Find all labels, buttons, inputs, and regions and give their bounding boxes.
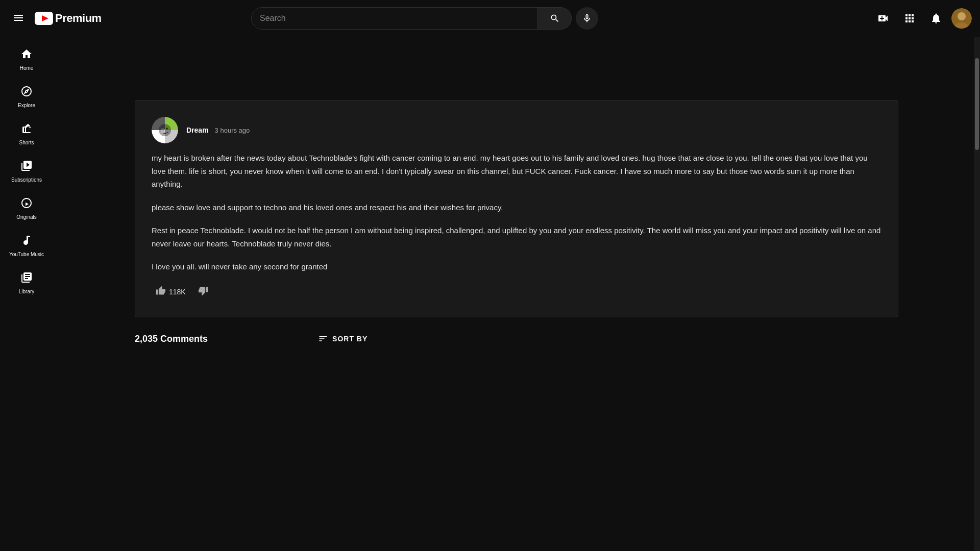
search-container — [251, 7, 598, 30]
apps-button[interactable] — [898, 7, 921, 30]
main-content: D Dream 3 hours ago my heart is broken a… — [53, 37, 980, 551]
sidebar-item-originals[interactable]: Originals — [0, 190, 53, 227]
sidebar-shorts-label: Shorts — [19, 140, 34, 145]
comment-paragraph-2: please show love and support to techno a… — [152, 201, 881, 214]
comment-paragraph-4: I love you all. will never take any seco… — [152, 260, 881, 273]
bell-icon — [930, 12, 942, 24]
shorts-icon — [20, 122, 33, 137]
sort-label: SORT BY — [332, 335, 368, 343]
comment-body: my heart is broken after the news today … — [152, 152, 881, 273]
search-button[interactable] — [538, 7, 572, 30]
comment-timestamp: 3 hours ago — [215, 127, 250, 134]
hamburger-icon — [12, 12, 24, 24]
avatar — [951, 8, 972, 29]
thumbs-up-icon — [156, 286, 166, 298]
mic-icon — [582, 13, 592, 23]
comment-actions: 118K — [152, 284, 881, 300]
create-button[interactable] — [872, 7, 894, 30]
sidebar-item-home[interactable]: Home — [0, 41, 53, 78]
avatar-inner: D — [152, 117, 178, 143]
home-icon — [20, 48, 33, 62]
sort-icon — [318, 334, 328, 344]
scrollbar-thumb[interactable] — [975, 58, 979, 150]
comment-header: D Dream 3 hours ago — [152, 117, 881, 143]
sidebar-item-subscriptions[interactable]: Subscriptions — [0, 153, 53, 190]
scrollbar[interactable] — [974, 37, 980, 551]
comment-paragraph-1: my heart is broken after the news today … — [152, 152, 881, 191]
sidebar-item-library[interactable]: Library — [0, 264, 53, 302]
notifications-button[interactable] — [925, 7, 947, 30]
menu-button[interactable] — [8, 8, 29, 30]
like-button[interactable]: 118K — [152, 284, 190, 300]
apps-icon — [903, 12, 916, 24]
svg-point-8 — [166, 128, 168, 130]
mic-button[interactable] — [576, 7, 598, 30]
comment-author: Dream — [186, 126, 209, 134]
sidebar-originals-label: Originals — [16, 214, 36, 220]
sidebar-youtube-music-label: YouTube Music — [9, 252, 44, 257]
comments-section: 2,035 Comments SORT BY — [135, 334, 898, 344]
svg-text:D: D — [161, 128, 165, 134]
sort-button[interactable]: SORT BY — [318, 334, 368, 344]
header-right — [872, 7, 972, 30]
comment-card: D Dream 3 hours ago my heart is broken a… — [135, 100, 898, 317]
sidebar-item-youtube-music[interactable]: YouTube Music — [0, 227, 53, 264]
sidebar-library-label: Library — [19, 289, 35, 294]
thumbs-down-icon — [198, 286, 208, 298]
header-left: Premium — [8, 8, 110, 30]
like-count: 118K — [169, 288, 186, 296]
sidebar-subscriptions-label: Subscriptions — [11, 177, 42, 183]
logo[interactable]: Premium — [35, 12, 102, 25]
youtube-music-icon — [20, 234, 33, 248]
sidebar: Home Explore Shorts Subscriptions — [0, 37, 53, 551]
comment-meta: Dream 3 hours ago — [186, 126, 250, 134]
comments-count: 2,035 Comments — [135, 334, 208, 344]
sidebar-explore-label: Explore — [18, 103, 35, 108]
user-avatar-button[interactable] — [951, 8, 972, 29]
youtube-logo-icon — [35, 12, 53, 25]
subscriptions-icon — [20, 160, 33, 174]
search-input[interactable] — [252, 8, 537, 29]
comment-paragraph-3: Rest in peace Technoblade. I would not b… — [152, 224, 881, 250]
sidebar-item-explore[interactable]: Explore — [0, 78, 53, 115]
sidebar-home-label: Home — [20, 65, 34, 71]
comment-avatar: D — [152, 117, 178, 143]
library-icon — [20, 271, 33, 286]
create-icon — [877, 12, 889, 24]
originals-icon — [20, 197, 33, 211]
dislike-button[interactable] — [194, 284, 212, 300]
search-bar — [251, 7, 538, 30]
explore-icon — [20, 85, 33, 99]
sidebar-item-shorts[interactable]: Shorts — [0, 115, 53, 153]
header: Premium — [0, 0, 980, 37]
logo-text: Premium — [55, 12, 102, 25]
svg-point-3 — [958, 12, 966, 20]
search-icon — [550, 13, 560, 23]
